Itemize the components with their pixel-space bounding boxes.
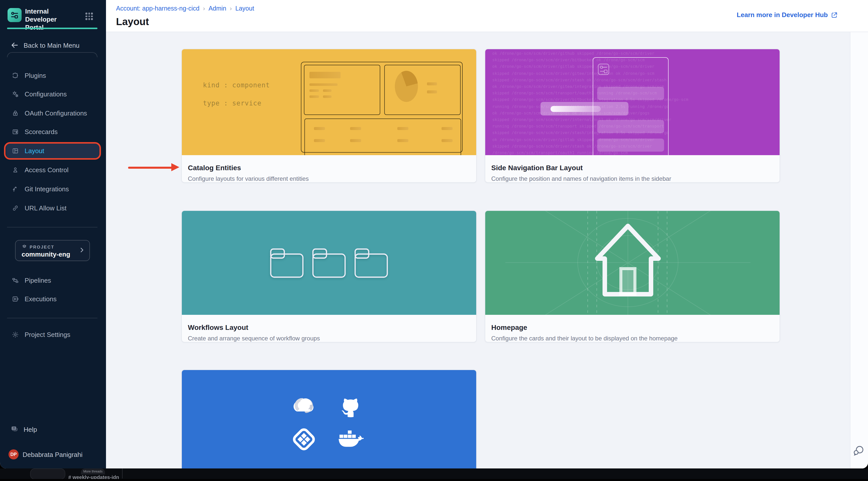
chat-widget-button[interactable]: [852, 444, 865, 457]
card-title: Catalog Entities: [188, 164, 470, 172]
project-selector[interactable]: PROJECT community-eng: [15, 240, 90, 261]
github-icon: [339, 394, 363, 418]
card-description: Configure the cards and their layout to …: [491, 335, 774, 342]
annotation-arrow-head: [171, 163, 179, 171]
card-description: Create and arrange sequence of workflow …: [188, 335, 470, 342]
card-catalog-entities[interactable]: kind : component type : service: [181, 49, 477, 183]
sliders-logo-outline-icon: [597, 63, 610, 75]
page-header: Account: app-harness-ng-cicd › Admin › L…: [106, 0, 868, 32]
sidebar-item-label: Project Settings: [25, 331, 70, 338]
strip-divider: [122, 469, 123, 479]
card-workflows-layout[interactable]: Workflows Layout Create and arrange sequ…: [181, 211, 477, 343]
sidebar-item-label: Executions: [25, 295, 57, 302]
strip-bottom-line: [0, 479, 868, 481]
sidebar-item-label: Git Integrations: [25, 185, 69, 193]
sidebar-item-label: OAuth Configurations: [25, 109, 87, 117]
screen: Internal DeveloperPortal Back to Main Me…: [0, 0, 868, 481]
help-chat-icon: ?: [10, 425, 19, 433]
side-nav-graphic: ok /drone/go-scm/scm/driver/github skipp…: [485, 49, 780, 155]
pie-chart-shape: [395, 71, 418, 102]
sidebar-item-label: Pipelines: [25, 277, 51, 284]
sidebar-item-label: Plugins: [25, 71, 46, 79]
breadcrumb-layout[interactable]: Layout: [235, 5, 254, 12]
card-homepage[interactable]: Homepage Configure the cards and their l…: [485, 211, 780, 343]
sidebar-item-pipelines[interactable]: Pipelines: [6, 272, 100, 288]
divider: [7, 318, 97, 318]
diamond-grid-icon: [292, 428, 315, 451]
sliders-logo-icon: [10, 10, 19, 20]
folder-icon: [269, 247, 304, 279]
docker-icon: [339, 429, 364, 449]
external-link-icon: [831, 11, 838, 18]
layout-icon: [11, 147, 19, 154]
sidebar-item-label: Layout: [25, 147, 44, 154]
code-line: kind : component: [203, 81, 270, 89]
sidebar-item-label: Scorecards: [25, 128, 58, 135]
layers-icon: [22, 244, 27, 250]
breadcrumb-account[interactable]: Account: app-harness-ng-cicd: [116, 5, 199, 12]
lock-icon: [11, 109, 19, 117]
card-side-navigation-bar-layout[interactable]: ok /drone/go-scm/scm/driver/github skipp…: [485, 49, 780, 183]
card-connectors[interactable]: [181, 370, 477, 469]
breadcrumb-admin[interactable]: Admin: [209, 5, 226, 12]
folder-icon: [311, 247, 347, 279]
breadcrumb-separator: ›: [230, 5, 232, 12]
wireframe-panel: [384, 65, 461, 115]
connectors-graphic: [182, 370, 476, 469]
nav-placeholder-bar: [597, 87, 664, 100]
breadcrumb-separator: ›: [203, 5, 205, 12]
sidebar-item-layout[interactable]: Layout: [6, 143, 100, 158]
learn-more-link[interactable]: Learn more in Developer Hub: [737, 11, 838, 19]
user-name: Debabrata Panigrahi: [23, 451, 83, 458]
back-to-main-menu[interactable]: Back to Main Menu: [6, 38, 100, 52]
card-description: Configure layouts for various different …: [188, 175, 470, 182]
main-content: kind : component type : service: [106, 32, 868, 469]
accent-divider: [7, 28, 97, 29]
sidebar-item-configurations[interactable]: Configurations: [6, 86, 100, 101]
wireframe-panel: [304, 119, 461, 155]
workflows-graphic: [182, 211, 476, 315]
user-menu[interactable]: DP Debabrata Panigrahi: [6, 447, 101, 461]
sidebar-item-label: Access Control: [25, 166, 68, 173]
svg-text:?: ?: [13, 427, 15, 430]
gcloud-icon: [291, 395, 316, 416]
sidebar-item-scorecards[interactable]: Scorecards: [6, 124, 100, 139]
link-icon: [11, 204, 19, 212]
folder-icon: [353, 247, 389, 279]
card-title: Homepage: [491, 323, 774, 331]
git-fork-icon: [11, 185, 19, 193]
chat-bubbles-icon: [852, 444, 865, 457]
right-rail: [850, 32, 868, 469]
app-switcher-icon[interactable]: [85, 12, 93, 20]
drag-highlight: [551, 106, 601, 112]
sidebar-item-project-settings[interactable]: Project Settings: [6, 327, 100, 342]
app-logo[interactable]: [7, 8, 22, 22]
app-window: Internal DeveloperPortal Back to Main Me…: [0, 0, 868, 469]
gear-icon: [11, 331, 19, 338]
nav-dragged-bar: [540, 102, 628, 116]
sidebar-item-label: URL Allow List: [25, 204, 67, 212]
arrow-left-icon: [10, 41, 19, 49]
background-window-strip[interactable]: More threads # weekly-updates-idn: [0, 469, 868, 481]
chevron-right-icon: [79, 247, 85, 254]
house-blueprint-icon: [485, 211, 780, 315]
card-description: Configure the position and names of navi…: [491, 175, 774, 182]
sidebar-item-oauth-configurations[interactable]: OAuth Configurations: [6, 105, 100, 121]
sidebar-item-plugins[interactable]: Plugins: [6, 68, 100, 83]
puzzle-icon: [11, 71, 19, 79]
divider: [7, 227, 97, 227]
sidebar-item-help[interactable]: ? Help: [6, 422, 100, 436]
sidebar-item-access-control[interactable]: Access Control: [6, 162, 100, 177]
catalog-entities-graphic: kind : component type : service: [182, 49, 476, 155]
project-kicker: PROJECT: [30, 244, 55, 249]
wireframe-panel: [304, 65, 380, 115]
sidebar-item-url-allow-list[interactable]: URL Allow List: [6, 200, 100, 215]
executions-icon: [11, 295, 19, 302]
more-threads-pill: More threads: [81, 469, 105, 475]
scorecard-icon: [11, 128, 19, 135]
pipelines-icon: [11, 277, 19, 284]
annotation-arrow: [128, 167, 172, 168]
sidebar-item-executions[interactable]: Executions: [6, 291, 100, 306]
back-label: Back to Main Menu: [24, 41, 80, 49]
sidebar-item-git-integrations[interactable]: Git Integrations: [6, 181, 100, 196]
